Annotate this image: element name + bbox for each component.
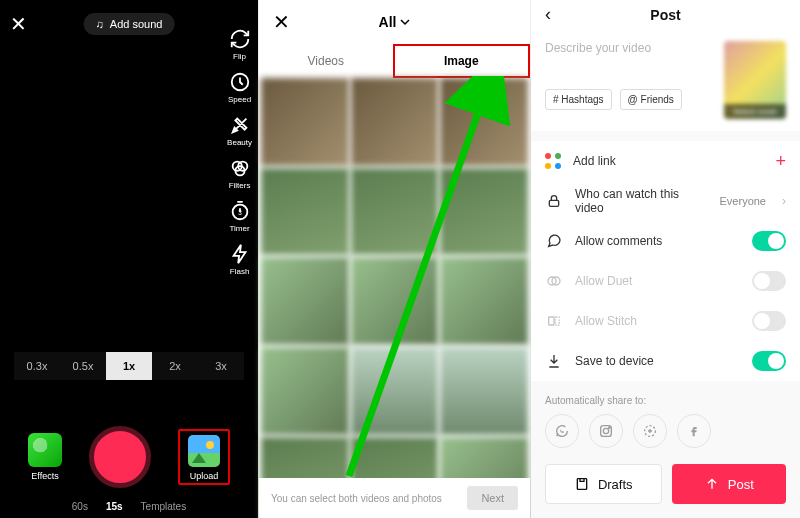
speed-0.5x[interactable]: 0.5x xyxy=(60,352,106,380)
speed-label: Speed xyxy=(228,95,251,104)
save-device-row[interactable]: Save to device xyxy=(531,341,800,381)
allow-comments-label: Allow comments xyxy=(575,234,740,248)
upload-label: Upload xyxy=(190,471,219,481)
facebook-icon[interactable] xyxy=(677,414,711,448)
duet-toggle xyxy=(752,271,786,291)
post-settings: Add link + Who can watch this video Ever… xyxy=(531,141,800,381)
flash-icon xyxy=(229,243,251,265)
recording-modes: 60s 15s Templates xyxy=(0,501,258,512)
cover-selector[interactable]: Select cover xyxy=(724,41,786,119)
filters-label: Filters xyxy=(229,181,251,190)
description-input[interactable]: Describe your video xyxy=(545,41,716,55)
share-label: Automatically share to: xyxy=(545,395,646,406)
svg-text:3: 3 xyxy=(238,209,242,216)
save-toggle[interactable] xyxy=(752,351,786,371)
album-title: All xyxy=(379,14,397,30)
tab-image[interactable]: Image xyxy=(393,44,531,78)
stitch-icon xyxy=(545,312,563,330)
allow-stitch-label: Allow Stitch xyxy=(575,314,740,328)
timer-tool[interactable]: 3 Timer xyxy=(229,200,251,233)
add-link-row[interactable]: Add link + xyxy=(531,141,800,181)
upload-icon xyxy=(188,435,220,467)
media-thumb[interactable] xyxy=(351,347,439,435)
gallery-hint: You can select both videos and photos xyxy=(271,493,442,504)
media-thumb[interactable] xyxy=(351,257,439,345)
select-cover-label: Select cover xyxy=(724,104,786,119)
speed-2x[interactable]: 2x xyxy=(152,352,198,380)
mode-60s[interactable]: 60s xyxy=(72,501,88,512)
page-title: Post xyxy=(650,7,680,23)
flash-tool[interactable]: Flash xyxy=(229,243,251,276)
close-icon[interactable]: ✕ xyxy=(10,12,27,36)
camera-screen: ✕ ♫ Add sound Flip Speed Beauty Filters … xyxy=(0,0,258,518)
lock-icon xyxy=(545,192,563,210)
allow-comments-row[interactable]: Allow comments xyxy=(531,221,800,261)
add-sound-label: Add sound xyxy=(110,18,163,30)
media-thumb[interactable] xyxy=(440,347,528,435)
stitch-toggle xyxy=(752,311,786,331)
speed-3x[interactable]: 3x xyxy=(198,352,244,380)
media-thumb[interactable] xyxy=(261,257,349,345)
allow-stitch-row: Allow Stitch xyxy=(531,301,800,341)
timer-label: Timer xyxy=(229,224,249,233)
filters-icon xyxy=(229,157,251,179)
share-icon-row xyxy=(545,414,786,448)
media-thumb[interactable] xyxy=(261,78,349,166)
speed-1x[interactable]: 1x xyxy=(106,352,152,380)
mode-15s[interactable]: 15s xyxy=(106,501,123,512)
post-button[interactable]: Post xyxy=(672,464,787,504)
privacy-label: Who can watch this video xyxy=(575,187,708,215)
record-button[interactable] xyxy=(89,426,151,488)
tab-videos[interactable]: Videos xyxy=(259,44,393,78)
post-label: Post xyxy=(728,477,754,492)
drafts-label: Drafts xyxy=(598,477,633,492)
flip-icon xyxy=(229,28,251,50)
comment-icon xyxy=(545,232,563,250)
plus-icon: + xyxy=(775,151,786,172)
drafts-button[interactable]: Drafts xyxy=(545,464,662,504)
duet-icon xyxy=(545,272,563,290)
privacy-value: Everyone xyxy=(720,195,766,207)
gallery-header: ✕ All xyxy=(259,0,530,44)
speed-icon xyxy=(229,71,251,93)
allow-duet-label: Allow Duet xyxy=(575,274,740,288)
filters-tool[interactable]: Filters xyxy=(229,157,251,190)
media-thumb[interactable] xyxy=(440,78,528,166)
effects-icon xyxy=(28,433,62,467)
beauty-tool[interactable]: Beauty xyxy=(227,114,252,147)
mode-templates[interactable]: Templates xyxy=(141,501,187,512)
timer-icon: 3 xyxy=(229,200,251,222)
media-thumb[interactable] xyxy=(440,168,528,256)
allow-duet-row: Allow Duet xyxy=(531,261,800,301)
chevron-right-icon: › xyxy=(782,194,786,208)
svg-point-13 xyxy=(603,428,608,433)
instagram-icon[interactable] xyxy=(589,414,623,448)
album-selector[interactable]: All xyxy=(379,14,411,30)
media-thumb[interactable] xyxy=(351,168,439,256)
privacy-row[interactable]: Who can watch this video Everyone › xyxy=(531,181,800,221)
music-note-icon: ♫ xyxy=(96,18,104,30)
effects-button[interactable]: Effects xyxy=(28,433,62,481)
media-thumb[interactable] xyxy=(440,257,528,345)
friends-chip[interactable]: @ Friends xyxy=(620,89,682,110)
media-thumb[interactable] xyxy=(261,347,349,435)
speed-tool[interactable]: Speed xyxy=(228,71,251,104)
media-thumb[interactable] xyxy=(261,168,349,256)
add-share-icon[interactable] xyxy=(633,414,667,448)
media-thumb[interactable] xyxy=(351,78,439,166)
svg-rect-7 xyxy=(549,200,558,206)
hashtags-chip[interactable]: # Hashtags xyxy=(545,89,612,110)
speed-selector: 0.3x 0.5x 1x 2x 3x xyxy=(0,352,258,380)
auto-share-zone: Automatically share to: xyxy=(531,381,800,454)
add-sound-button[interactable]: ♫ Add sound xyxy=(84,13,175,35)
next-button[interactable]: Next xyxy=(467,486,518,510)
back-icon[interactable]: ‹ xyxy=(545,4,551,25)
whatsapp-icon[interactable] xyxy=(545,414,579,448)
comments-toggle[interactable] xyxy=(752,231,786,251)
flip-tool[interactable]: Flip xyxy=(229,28,251,61)
speed-0.3x[interactable]: 0.3x xyxy=(14,352,60,380)
close-icon[interactable]: ✕ xyxy=(273,10,290,34)
gallery-footer: You can select both videos and photos Ne… xyxy=(259,478,530,518)
beauty-label: Beauty xyxy=(227,138,252,147)
upload-button[interactable]: Upload xyxy=(188,435,220,481)
